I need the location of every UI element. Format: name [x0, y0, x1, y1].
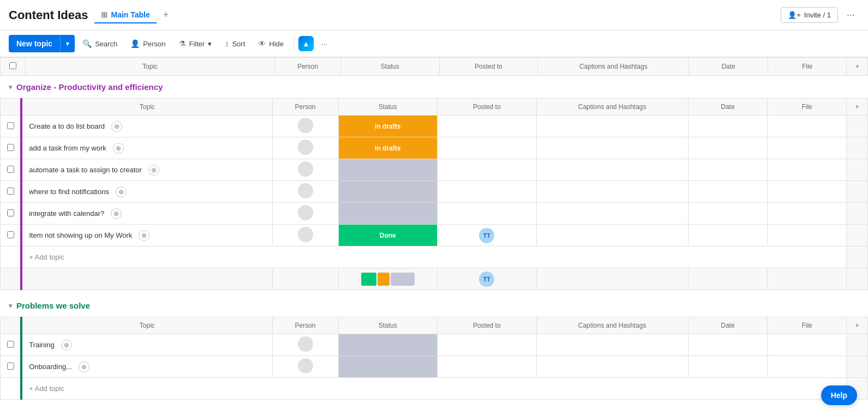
row-checkbox[interactable]: [1, 356, 22, 378]
status-cell[interactable]: [338, 356, 438, 378]
add-tab-button[interactable]: +: [159, 7, 173, 23]
new-topic-button[interactable]: New topic ▾: [9, 35, 75, 52]
posted-to-cell[interactable]: [438, 137, 537, 159]
date-cell[interactable]: [688, 116, 767, 137]
row-checkbox[interactable]: [1, 334, 22, 356]
file-cell[interactable]: [768, 116, 847, 137]
add-person-icon[interactable]: ⊕: [139, 230, 149, 241]
captions-cell[interactable]: [536, 225, 688, 246]
file-cell[interactable]: [768, 137, 847, 159]
file-cell[interactable]: [768, 203, 847, 225]
add-topic-row[interactable]: + Add topic: [1, 246, 868, 268]
status-badge[interactable]: [339, 356, 438, 377]
file-cell[interactable]: [768, 334, 847, 356]
person-cell[interactable]: [272, 116, 338, 137]
add-person-icon[interactable]: ⊕: [61, 340, 72, 351]
status-cell[interactable]: [338, 203, 438, 225]
add-person-icon[interactable]: ⊕: [79, 361, 89, 372]
date-cell[interactable]: [688, 203, 767, 225]
add-column-button[interactable]: +: [847, 58, 868, 76]
hide-button[interactable]: 👁 Hide: [253, 36, 289, 51]
date-cell[interactable]: [688, 137, 767, 159]
group1-add-col[interactable]: +: [847, 99, 868, 116]
header-more-button[interactable]: ···: [842, 7, 859, 23]
person-button[interactable]: 👤 Person: [125, 36, 171, 51]
person-cell[interactable]: [272, 203, 338, 225]
row-select-checkbox[interactable]: [7, 122, 14, 129]
date-cell[interactable]: [688, 159, 767, 181]
sort-button[interactable]: ↕ Sort: [219, 36, 250, 51]
header-checkbox[interactable]: [1, 58, 26, 76]
filter-button[interactable]: ⚗ Filter ▾: [173, 36, 218, 51]
add-person-icon[interactable]: ⊕: [148, 165, 159, 176]
status-cell[interactable]: in drafts: [338, 137, 438, 159]
status-badge[interactable]: [339, 203, 438, 224]
posted-to-cell[interactable]: TT: [438, 225, 537, 246]
add-person-icon[interactable]: ⊕: [111, 121, 122, 132]
posted-to-cell[interactable]: [438, 116, 537, 137]
person-cell[interactable]: [272, 225, 338, 246]
posted-to-cell[interactable]: [438, 334, 537, 356]
file-cell[interactable]: [768, 159, 847, 181]
add-topic-cell[interactable]: + Add topic: [21, 378, 847, 400]
captions-cell[interactable]: [536, 159, 688, 181]
add-topic-row[interactable]: + Add topic: [1, 378, 868, 400]
status-badge[interactable]: [339, 334, 438, 355]
topic-cell[interactable]: Training⊕: [21, 334, 272, 356]
topic-cell[interactable]: integrate with calendar?⊕: [21, 203, 272, 225]
date-cell[interactable]: [688, 334, 767, 356]
status-cell[interactable]: [338, 181, 438, 203]
status-badge[interactable]: Done: [339, 225, 438, 246]
row-select-checkbox[interactable]: [7, 341, 14, 348]
captions-cell[interactable]: [536, 334, 688, 356]
new-topic-arrow[interactable]: ▾: [60, 36, 75, 52]
person-cell[interactable]: [272, 159, 338, 181]
captions-cell[interactable]: [536, 116, 688, 137]
add-person-icon[interactable]: ⊕: [113, 143, 124, 154]
person-cell[interactable]: [272, 137, 338, 159]
status-badge[interactable]: in drafts: [339, 137, 438, 159]
person-cell[interactable]: [272, 356, 338, 378]
posted-to-cell[interactable]: [438, 181, 537, 203]
row-select-checkbox[interactable]: [7, 231, 14, 238]
date-cell[interactable]: [688, 181, 767, 203]
select-all-checkbox[interactable]: [9, 62, 16, 69]
autopilot-icon[interactable]: ▲: [298, 36, 314, 51]
invite-button[interactable]: 👤+ Invite / 1: [781, 7, 838, 23]
file-cell[interactable]: [768, 356, 847, 378]
row-checkbox[interactable]: [1, 137, 22, 159]
row-select-checkbox[interactable]: [7, 166, 14, 173]
toolbar-more-button[interactable]: ···: [316, 37, 333, 51]
topic-cell[interactable]: automate a task to assign to creator⊕: [21, 159, 272, 181]
status-badge[interactable]: [339, 159, 438, 180]
row-select-checkbox[interactable]: [7, 144, 14, 151]
person-cell[interactable]: [272, 181, 338, 203]
topic-cell[interactable]: Item not showing up on My Work⊕: [21, 225, 272, 246]
row-checkbox[interactable]: [1, 116, 22, 137]
row-select-checkbox[interactable]: [7, 188, 14, 195]
file-cell[interactable]: [768, 225, 847, 246]
search-button[interactable]: 🔍 Search: [77, 36, 123, 51]
add-topic-cell[interactable]: + Add topic: [21, 246, 847, 268]
main-table-tab[interactable]: ⊞ Main Table: [94, 7, 156, 23]
file-cell[interactable]: [768, 181, 847, 203]
group2-add-col[interactable]: +: [847, 317, 868, 334]
date-cell[interactable]: [688, 225, 767, 246]
status-cell[interactable]: [338, 334, 438, 356]
topic-cell[interactable]: Create a to do list board⊕: [21, 116, 272, 137]
row-select-checkbox[interactable]: [7, 209, 14, 216]
topic-cell[interactable]: add a task from my work⊕: [21, 137, 272, 159]
captions-cell[interactable]: [536, 356, 688, 378]
help-button[interactable]: Help: [821, 385, 857, 404]
date-cell[interactable]: [688, 356, 767, 378]
captions-cell[interactable]: [536, 137, 688, 159]
status-cell[interactable]: in drafts: [338, 116, 438, 137]
status-badge[interactable]: [339, 181, 438, 202]
topic-cell[interactable]: Onboarding...⊕: [21, 356, 272, 378]
person-cell[interactable]: [272, 334, 338, 356]
status-cell[interactable]: [338, 159, 438, 181]
status-badge[interactable]: in drafts: [339, 116, 438, 137]
status-cell[interactable]: Done: [338, 225, 438, 246]
captions-cell[interactable]: [536, 181, 688, 203]
posted-to-cell[interactable]: [438, 203, 537, 225]
